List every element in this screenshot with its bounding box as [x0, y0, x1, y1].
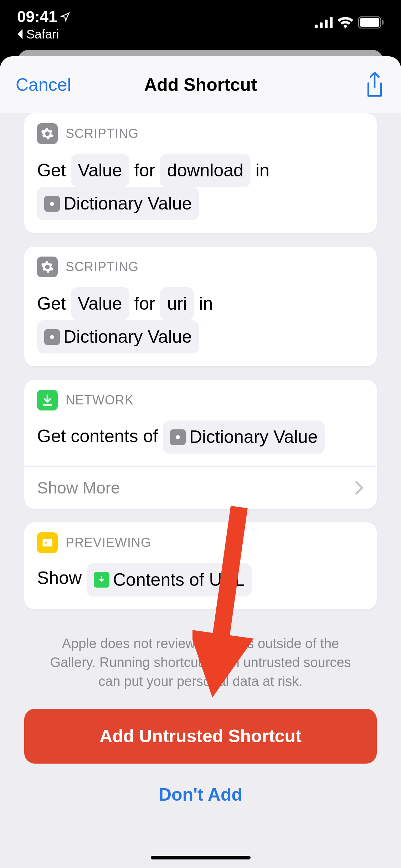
add-shortcut-sheet: Cancel Add Shortcut SCRIPTING Get Value … — [0, 56, 401, 868]
svg-rect-10 — [43, 539, 52, 547]
cellular-icon — [315, 17, 333, 28]
svg-rect-0 — [315, 25, 318, 28]
card-body: Show Contents of URL — [24, 557, 377, 609]
card-body: Get Value for download in Dictionary Val… — [24, 148, 377, 233]
download-icon — [37, 390, 58, 410]
wifi-icon — [337, 16, 354, 29]
svg-rect-5 — [360, 18, 379, 27]
gear-icon — [44, 196, 60, 212]
gear-icon — [170, 429, 186, 445]
status-time: 09:41 — [17, 8, 70, 26]
gear-icon — [37, 123, 58, 144]
preview-icon — [37, 532, 58, 553]
action-card: NETWORK Get contents of Dictionary Value… — [24, 380, 377, 509]
card-category-label: NETWORK — [66, 393, 134, 408]
svg-point-7 — [50, 202, 54, 206]
status-back-button[interactable]: Safari — [17, 27, 70, 41]
dont-add-button[interactable]: Don't Add — [24, 764, 377, 826]
back-app-label: Safari — [26, 27, 59, 41]
modal-navbar: Cancel Add Shortcut — [0, 56, 401, 113]
status-icons — [315, 8, 384, 29]
svg-rect-6 — [382, 20, 384, 25]
card-category-label: SCRIPTING — [66, 126, 139, 141]
svg-point-8 — [50, 335, 54, 339]
svg-rect-3 — [330, 17, 333, 28]
action-card: SCRIPTING Get Value for uri in Dictionar… — [24, 247, 377, 366]
home-indicator[interactable] — [151, 856, 251, 859]
param-pill-value[interactable]: Value — [71, 154, 129, 187]
card-header: PREVIEWING — [24, 522, 377, 557]
share-button[interactable] — [364, 72, 385, 98]
card-header: SCRIPTING — [24, 247, 377, 281]
share-icon — [364, 72, 385, 98]
svg-rect-1 — [320, 22, 323, 28]
svg-point-11 — [45, 542, 47, 544]
untrusted-warning-text: Apple does not review shortcuts outside … — [24, 609, 377, 709]
param-pill-value[interactable]: Value — [71, 287, 129, 320]
action-card: SCRIPTING Get Value for download in Dict… — [24, 113, 377, 233]
card-body: Get contents of Dictionary Value — [24, 415, 377, 466]
battery-icon — [358, 16, 384, 29]
action-token: for — [134, 294, 155, 314]
param-pill-key[interactable]: uri — [160, 287, 194, 320]
action-token: in — [199, 294, 213, 314]
svg-point-9 — [176, 435, 180, 439]
variable-pill-dictionary-value[interactable]: Dictionary Value — [37, 187, 199, 220]
add-untrusted-shortcut-button[interactable]: Add Untrusted Shortcut — [24, 709, 377, 764]
action-token: Get contents of — [37, 426, 158, 446]
show-more-label: Show More — [37, 478, 120, 497]
actions-content: SCRIPTING Get Value for download in Dict… — [0, 113, 401, 826]
gear-icon — [44, 329, 60, 345]
clock-text: 09:41 — [17, 8, 57, 26]
chevron-right-icon — [355, 481, 364, 495]
download-icon — [94, 572, 109, 588]
action-token: for — [134, 160, 155, 180]
status-bar: 09:41 Safari — [0, 0, 401, 50]
card-body: Get Value for uri in Dictionary Value — [24, 281, 377, 366]
card-category-label: SCRIPTING — [66, 259, 139, 274]
variable-pill-dictionary-value[interactable]: Dictionary Value — [163, 420, 325, 454]
show-more-button[interactable]: Show More — [24, 467, 377, 509]
param-pill-key[interactable]: download — [160, 154, 251, 187]
card-header: SCRIPTING — [24, 113, 377, 148]
caret-left-icon — [17, 29, 24, 39]
location-icon — [60, 12, 70, 22]
gear-icon — [37, 257, 58, 277]
variable-pill-contents-of-url[interactable]: Contents of URL — [87, 563, 252, 596]
action-token: Get — [37, 160, 66, 180]
action-token: Get — [37, 294, 66, 314]
cancel-button[interactable]: Cancel — [16, 74, 71, 95]
action-card: PREVIEWING Show Contents of URL — [24, 522, 377, 609]
card-header: NETWORK — [24, 380, 377, 415]
svg-rect-2 — [325, 20, 328, 28]
action-token: in — [256, 160, 269, 180]
variable-pill-dictionary-value[interactable]: Dictionary Value — [37, 320, 199, 353]
action-token: Show — [37, 568, 82, 588]
card-category-label: PREVIEWING — [66, 535, 151, 550]
modal-title: Add Shortcut — [144, 74, 257, 95]
